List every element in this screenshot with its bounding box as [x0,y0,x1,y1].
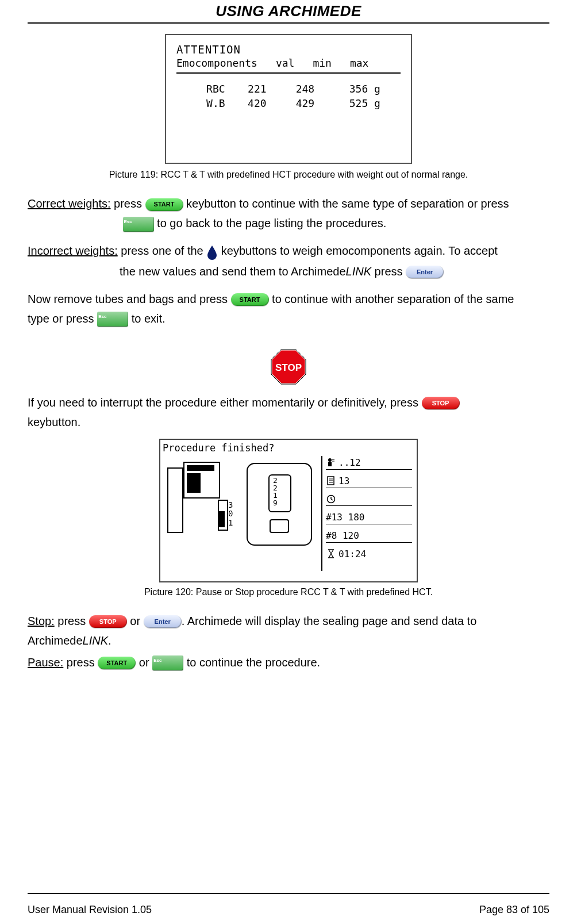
text: press one of the [118,244,207,257]
side-f: 01:24 [338,549,366,559]
link-text: LINK [83,634,108,647]
text: . [108,634,111,647]
drop-icon [206,242,218,262]
enter-button-icon: Enter [406,266,444,278]
panel-left-graphic: 2 2 1 9 3 0 1 [160,456,321,571]
side-e: #8 120 [326,530,359,541]
row-max: 356 [349,83,368,95]
text: to continue with another separation of t… [269,293,514,305]
svg-rect-4 [328,462,332,466]
correct-weights-paragraph: Correct weights: press START keybutton t… [28,194,549,233]
text: keybutton. [28,416,80,428]
row-max: 525 [349,97,368,109]
page-icon [326,476,336,486]
side-b: 13 [338,476,349,486]
correct-weights-label: Correct weights: [28,197,111,210]
text: to exit. [128,312,165,325]
stop-paragraph: Stop: press STOP or Enter. Archimede wil… [28,611,549,650]
text: press [371,265,406,278]
text: type or press [28,312,97,325]
interrupt-paragraph: If you need to interrupt the procedure e… [28,393,549,432]
pause-paragraph: Pause: press START or Esc to continue th… [28,653,549,672]
text: Now remove tubes and bags and press [28,293,231,305]
text: press [111,197,145,210]
remove-tubes-paragraph: Now remove tubes and bags and press STAR… [28,289,549,328]
hourglass-icon [326,549,336,559]
col-min: min [313,57,332,69]
footer-right: Page 83 of 105 [479,904,549,916]
table-row: W.B 420 429 525 g [176,96,401,110]
attention-heading: ATTENTION [176,43,401,56]
start-button-icon: START [231,293,269,306]
row-val: 420 [233,96,282,110]
row-name: W.B [176,96,233,110]
esc-button-icon: Esc [152,655,183,670]
panel-title: Procedure finished? [160,440,417,456]
link-text: LINK [346,265,371,278]
footer-left: User Manual Revision 1.05 [28,904,152,916]
text: keybuttons to weigh emocomponents again.… [218,244,498,257]
col-val: val [276,57,295,69]
panel-right-info: ..12 13 #13 180 #8 120 01:24 [321,456,412,571]
text: . Archimede will display the sealing pag… [182,615,477,627]
rule-bottom [28,893,549,894]
row-val: 221 [233,82,282,96]
page-title: USING ARCHIMEDE [28,2,549,20]
panel-num-a: 3 [228,501,233,509]
panel-num-b: 0 [228,509,233,518]
row-name: RBC [176,82,233,96]
procedure-finished-panel: Procedure finished? 2 2 1 9 3 0 1 [159,439,418,582]
text: to continue the procedure. [183,656,320,669]
start-button-icon: START [145,198,183,211]
figure2-caption: Picture 120: Pause or Stop procedure RCC… [28,587,549,597]
incorrect-weights-label: Incorrect weights: [28,244,118,257]
panel-box-nums: 2 2 1 9 [273,477,278,507]
incorrect-weights-paragraph: Incorrect weights: press one of the keyb… [28,241,549,281]
row-unit: g [374,83,380,95]
text: or [136,656,152,669]
text: Archimede [28,634,83,647]
stop-button-icon: STOP [89,615,127,628]
text: or [127,615,144,627]
attention-divider [176,72,401,74]
esc-button-icon: Esc [123,217,154,232]
page-footer: User Manual Revision 1.05 Page 83 of 105 [28,904,549,916]
stop-label: Stop: [28,615,55,627]
rule-top [28,22,549,24]
col-max: max [350,57,369,69]
esc-button-icon: Esc [97,312,128,327]
text: If you need to interrupt the procedure e… [28,396,422,409]
attention-panel: ATTENTION Emocomponents val min max RBC … [165,34,412,164]
text: press [55,615,89,627]
figure1-caption: Picture 119: RCC T & T with predefined H… [28,170,549,180]
person-icon [326,457,336,467]
svg-point-3 [328,458,332,462]
attention-table: RBC 221 248 356 g W.B 420 429 525 g [176,82,401,110]
panel-num-c: 1 [228,519,233,527]
row-min: 248 [281,82,329,96]
row-unit: g [374,97,380,109]
text: keybutton to continue with the same type… [183,197,509,210]
stop-button-icon: STOP [422,397,460,409]
text: to go back to the page listing the proce… [154,217,387,229]
pause-label: Pause: [28,656,63,669]
side-a: ..12 [338,457,361,468]
enter-button-icon: Enter [144,615,182,628]
text: press [63,656,98,669]
start-button-icon: START [98,657,136,669]
table-row: RBC 221 248 356 g [176,82,401,96]
svg-text:STOP: STOP [275,362,302,373]
emo-label: Emocomponents [176,57,257,69]
text: the new values and send them to Archimed… [120,265,346,278]
stop-sign-graphic: STOP [28,348,549,388]
clock-icon [326,494,336,504]
side-d: #13 180 [326,512,364,523]
row-min: 429 [281,96,329,110]
